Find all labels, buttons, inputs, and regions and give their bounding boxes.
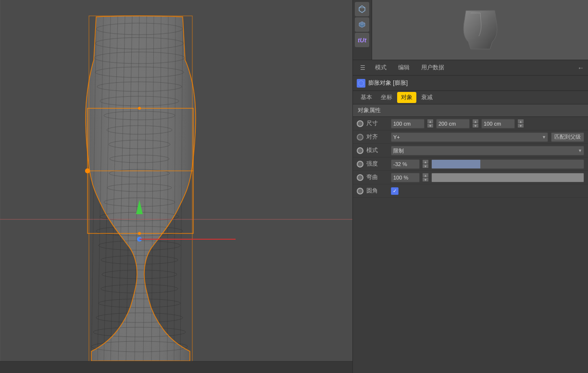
- mode-select[interactable]: 限制 无限制: [391, 146, 584, 155]
- svg-point-47: [138, 232, 141, 235]
- viewport-toolbar: [0, 361, 352, 373]
- property-icon: [357, 79, 365, 88]
- spinner-down-y[interactable]: ▼: [473, 124, 478, 128]
- sub-tab-bar: 基本 坐标 对象 衰减: [353, 91, 588, 104]
- prop-row-bulge: 弯曲 ▲ ▼: [353, 171, 588, 184]
- prop-label-round: 圆角: [366, 187, 388, 195]
- strength-input[interactable]: [391, 159, 420, 169]
- top-icons-area: tUt: [353, 0, 588, 60]
- prop-row-align: 对齐 Y+ X+ Z+ Y- ▼ 匹配到父级: [353, 130, 588, 144]
- tab-mode[interactable]: 模式: [370, 62, 391, 74]
- round-checkbox[interactable]: ✓: [391, 187, 399, 195]
- prop-label-mode: 模式: [366, 146, 388, 154]
- spinner-up-y[interactable]: ▲: [473, 119, 478, 123]
- strength-spinner-down[interactable]: ▼: [423, 164, 428, 168]
- tab-userdata[interactable]: 用户数据: [416, 62, 449, 74]
- preview-image: [444, 6, 516, 54]
- size-y-spinner[interactable]: ▲ ▼: [473, 119, 478, 128]
- prop-dot-mode[interactable]: [357, 147, 363, 154]
- prop-dot-size[interactable]: [357, 120, 363, 127]
- align-select[interactable]: Y+ X+ Z+ Y-: [391, 132, 548, 142]
- section-header-object-props: 对象属性: [353, 104, 588, 117]
- vase-object: [43, 2, 236, 368]
- bulge-input[interactable]: [391, 173, 420, 182]
- bulge-slider-fill: [432, 173, 584, 182]
- spinner-down-z[interactable]: ▼: [518, 124, 524, 128]
- size-x-input[interactable]: [391, 119, 425, 129]
- prop-row-mode: 模式 限制 无限制 ▼: [353, 144, 588, 157]
- prop-label-align: 对齐: [366, 133, 388, 141]
- prop-label-strength: 强度: [366, 160, 388, 168]
- svg-marker-56: [359, 80, 363, 86]
- svg-line-51: [362, 6, 365, 8]
- prop-dot-align[interactable]: [357, 134, 363, 141]
- main-tab-bar: ☰ 模式 编辑 用户数据 ←: [353, 60, 588, 76]
- prop-dot-round[interactable]: [357, 188, 363, 194]
- subtab-falloff[interactable]: 衰减: [417, 92, 437, 103]
- size-z-input[interactable]: [481, 119, 515, 129]
- bulge-spinner-up[interactable]: ▲: [423, 173, 428, 177]
- spinner-up[interactable]: ▲: [427, 119, 433, 123]
- svg-marker-48: [359, 6, 365, 13]
- bulge-slider[interactable]: [431, 173, 584, 182]
- size-x-spinner[interactable]: ▲ ▼: [427, 119, 433, 128]
- cube-icon-btn[interactable]: [355, 17, 369, 32]
- spinner-down[interactable]: ▼: [427, 124, 433, 128]
- bulge-spinner[interactable]: ▲ ▼: [423, 173, 428, 181]
- subtab-object[interactable]: 对象: [397, 92, 416, 103]
- svg-point-46: [138, 107, 141, 110]
- tab-edit[interactable]: 编辑: [393, 62, 414, 74]
- strength-slider[interactable]: [431, 159, 584, 169]
- subtab-basic[interactable]: 基本: [357, 92, 376, 103]
- round-checkbox-wrap: ✓: [391, 187, 399, 195]
- tut-icon-btn[interactable]: tUt: [355, 33, 369, 47]
- mode-select-wrap: 限制 无限制 ▼: [391, 146, 584, 155]
- strength-spinner-up[interactable]: ▲: [423, 160, 428, 164]
- tab-back-arrow[interactable]: ←: [577, 64, 584, 72]
- svg-line-50: [359, 6, 362, 8]
- property-header: 膨胀对象 [膨胀]: [353, 76, 588, 91]
- strength-slider-fill: [432, 160, 480, 168]
- spinner-up-z[interactable]: ▲: [518, 119, 524, 123]
- guide-line-h: [0, 219, 352, 219]
- prop-label-size: 尺寸: [366, 119, 388, 128]
- right-panel: tUt ☰ 模式 编辑 用户数据 ←: [352, 0, 588, 373]
- prop-label-bulge: 弯曲: [366, 173, 388, 181]
- icon-column: tUt: [353, 0, 372, 60]
- viewport-3d[interactable]: [0, 0, 352, 373]
- prop-row-strength: 强度 ▲ ▼: [353, 157, 588, 171]
- size-z-spinner[interactable]: ▲ ▼: [518, 119, 524, 128]
- subtab-coord[interactable]: 坐标: [377, 92, 396, 103]
- preview-area: [372, 0, 588, 60]
- prop-row-size: 尺寸 ▲ ▼ ▲ ▼ ▲ ▼: [353, 117, 588, 130]
- prop-dot-bulge[interactable]: [357, 174, 363, 181]
- gem-icon-btn[interactable]: [355, 2, 369, 16]
- prop-row-round: 圆角 ✓: [353, 184, 588, 198]
- size-y-input[interactable]: [436, 119, 470, 129]
- bulge-spinner-down[interactable]: ▼: [423, 178, 428, 181]
- hamburger-menu[interactable]: ☰: [357, 62, 368, 74]
- property-title: 膨胀对象 [膨胀]: [368, 79, 408, 87]
- align-select-wrap: Y+ X+ Z+ Y- ▼: [391, 132, 548, 142]
- grid-line-v: [0, 0, 0, 373]
- prop-dot-strength[interactable]: [357, 161, 363, 167]
- svg-point-45: [85, 168, 90, 173]
- section-title-text: 对象属性: [358, 107, 381, 114]
- match-parent-btn[interactable]: 匹配到父级: [551, 132, 584, 142]
- strength-spinner[interactable]: ▲ ▼: [423, 160, 428, 168]
